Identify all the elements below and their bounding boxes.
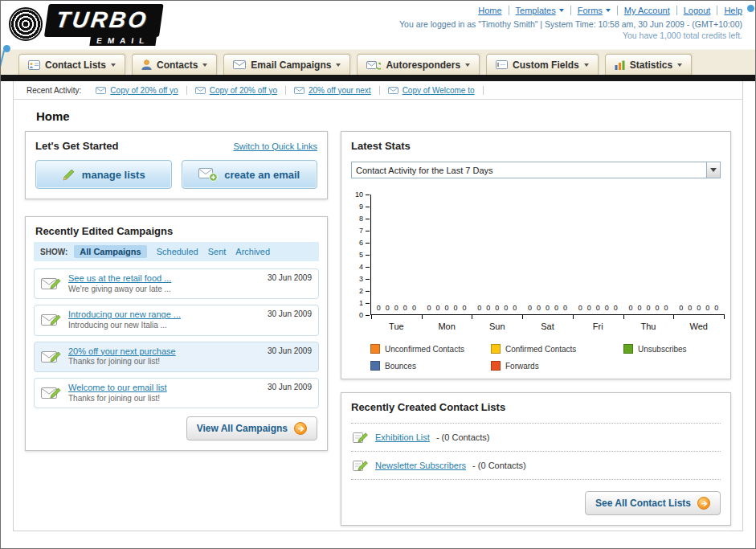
chart-plot-area: 00000000000000000000000000000000000 — [370, 195, 724, 315]
chart-x-axis: TueMonSunSatFriThuWed — [371, 322, 724, 331]
statistics-icon — [615, 60, 625, 70]
create-email-label: create an email — [224, 169, 300, 181]
legend-swatch — [491, 361, 501, 371]
switch-quick-links-link[interactable]: Switch to Quick Links — [233, 141, 317, 151]
campaign-date: 30 Jun 2009 — [268, 346, 312, 355]
contact-list-item[interactable]: Exhibition List - (0 Contacts) — [351, 424, 721, 452]
page-title: Home — [36, 109, 742, 123]
top-nav-link[interactable]: Help — [717, 6, 742, 15]
top-nav-link-label: Logout — [684, 6, 711, 15]
top-nav-link[interactable]: Templates — [509, 6, 564, 15]
dropdown-arrow-icon — [606, 9, 611, 12]
campaign-item[interactable]: 20% off your next purchase Thanks for jo… — [34, 342, 319, 372]
recent-activity-item[interactable]: Copy of Welcome to — [380, 86, 484, 95]
top-nav-link-label: My Account — [624, 6, 670, 15]
logo-text-email: EMAIL — [89, 35, 157, 46]
left-column: Let's Get Started Switch to Quick Links … — [25, 131, 328, 451]
create-email-button[interactable]: create an email — [182, 160, 318, 189]
top-nav-link-label: Forms — [578, 6, 603, 15]
edit-pencil-icon — [353, 431, 369, 444]
chart-x-tick — [522, 314, 523, 319]
recent-activity-items: Copy of 20% off yo Copy of 20% off yo 20… — [88, 86, 483, 95]
recent-activity-item[interactable]: Copy of 20% off yo — [88, 86, 186, 95]
recent-activity-item[interactable]: Copy of 20% off yo — [187, 86, 286, 95]
tab-label: Contact Lists — [45, 59, 106, 71]
top-nav-link[interactable]: My Account — [617, 6, 670, 15]
see-all-contact-lists-button[interactable]: See All Contact Lists — [585, 491, 721, 515]
legend-swatch — [370, 361, 380, 371]
dropdown-arrow-icon — [559, 9, 564, 12]
contact-list-item[interactable]: Newsletter Subscribers - (0 Contacts) — [351, 452, 721, 480]
chart-day-label: Sun — [472, 322, 522, 331]
tab-email-campaigns[interactable]: Email Campaigns — [223, 54, 350, 75]
top-nav-link-label: Home — [478, 6, 501, 15]
chart-day-label: Sat — [522, 322, 573, 331]
tab-autoresponders[interactable]: Autoresponders — [357, 54, 480, 75]
tab-contacts[interactable]: Contacts — [132, 54, 217, 75]
campaign-filter-bar: SHOW: All Campaigns Scheduled Sent Archi… — [34, 242, 319, 261]
campaigns-title: Recently Edited Campaigns — [35, 225, 173, 237]
tab-custom-fields[interactable]: Custom Fields — [486, 54, 599, 75]
campaigns-panel: Recently Edited Campaigns SHOW: All Camp… — [25, 216, 328, 451]
chevron-down-icon — [677, 64, 682, 67]
email-icon — [388, 87, 398, 94]
chart-y-label: 8 — [359, 215, 363, 223]
campaign-title-link[interactable]: 20% off your next purchase — [68, 346, 176, 358]
tab-label: Statistics — [630, 59, 672, 71]
view-all-campaigns-button[interactable]: View All Campaigns — [186, 416, 317, 440]
tab-statistics[interactable]: Statistics — [605, 54, 692, 75]
top-nav-link[interactable]: Home — [478, 6, 501, 15]
legend-label: Unsubscribes — [638, 345, 687, 354]
legend-item: Unconfirmed Contacts — [370, 344, 491, 354]
manage-lists-button[interactable]: manage lists — [35, 160, 172, 189]
latest-stats-title: Latest Stats — [351, 140, 411, 152]
chart-value-group: 00000 — [472, 304, 522, 312]
campaign-title-link[interactable]: Welcome to our email list — [68, 383, 167, 394]
campaign-item[interactable]: See us at the retail food ... We're givi… — [34, 268, 319, 299]
chart-day-label: Thu — [623, 322, 674, 331]
chart-y-label: 9 — [359, 203, 363, 211]
contact-list-count: - (0 Contacts) — [472, 461, 526, 470]
legend-item: Forwards — [491, 361, 623, 371]
chart-x-tick — [673, 314, 674, 319]
recent-activity-item[interactable]: 20% off your next — [286, 86, 380, 95]
chart-value-group: 00000 — [422, 304, 472, 312]
chart-day-label: Mon — [422, 322, 472, 331]
contact-list-link[interactable]: Exhibition List — [375, 432, 430, 442]
campaign-filter[interactable]: All Campaigns — [74, 245, 146, 258]
chart-value-group: 00000 — [623, 304, 674, 312]
campaign-filter[interactable]: Archived — [235, 247, 270, 256]
top-nav-link-label: Templates — [516, 6, 556, 15]
contact-list-link[interactable]: Newsletter Subscribers — [375, 461, 466, 470]
tab-contact-lists[interactable]: Contact Lists — [18, 54, 125, 75]
campaign-item[interactable]: Welcome to our email list Thanks for joi… — [34, 378, 319, 408]
show-label: SHOW: — [40, 248, 67, 256]
latest-stats-panel: Latest Stats Contact Activity for the La… — [341, 131, 731, 379]
campaign-item[interactable]: Introducing our new range ... Introducin… — [34, 305, 319, 335]
select-dropdown-icon — [706, 162, 720, 178]
chart-y-label: 0 — [359, 312, 363, 319]
chart-y-label: 1 — [359, 300, 363, 307]
campaign-filter[interactable]: Scheduled — [157, 247, 198, 256]
logo-text-turbo: TURBO — [44, 4, 163, 37]
contact-lists-title: Recently Created Contact Lists — [351, 401, 505, 413]
legend-swatch — [370, 344, 380, 354]
tab-label: Contacts — [157, 59, 198, 71]
legend-label: Confirmed Contacts — [505, 345, 576, 354]
chart-x-tick — [724, 314, 725, 319]
top-nav-link[interactable]: Logout — [676, 6, 711, 15]
campaign-filter[interactable]: Sent — [208, 247, 227, 256]
get-started-title: Let's Get Started — [35, 140, 119, 152]
chart-y-label: 6 — [359, 240, 363, 247]
campaign-subtitle: Thanks for joining our list! — [68, 357, 176, 367]
campaign-title-link[interactable]: See us at the retail food ... — [68, 273, 171, 285]
stats-period-select[interactable]: Contact Activity for the Last 7 Days — [351, 162, 721, 178]
legend-item: Bounces — [370, 361, 491, 371]
top-nav-link[interactable]: Forms — [570, 6, 611, 15]
content-frame: Recent Activity: Copy of 20% off yo Copy… — [13, 81, 743, 531]
manage-lists-label: manage lists — [82, 169, 145, 181]
campaign-title-link[interactable]: Introducing our new range ... — [68, 309, 181, 321]
legend-label: Forwards — [505, 362, 539, 371]
dashboard-columns: Let's Get Started Switch to Quick Links … — [14, 131, 742, 526]
chart-y-axis: 109876543210 — [353, 195, 370, 315]
